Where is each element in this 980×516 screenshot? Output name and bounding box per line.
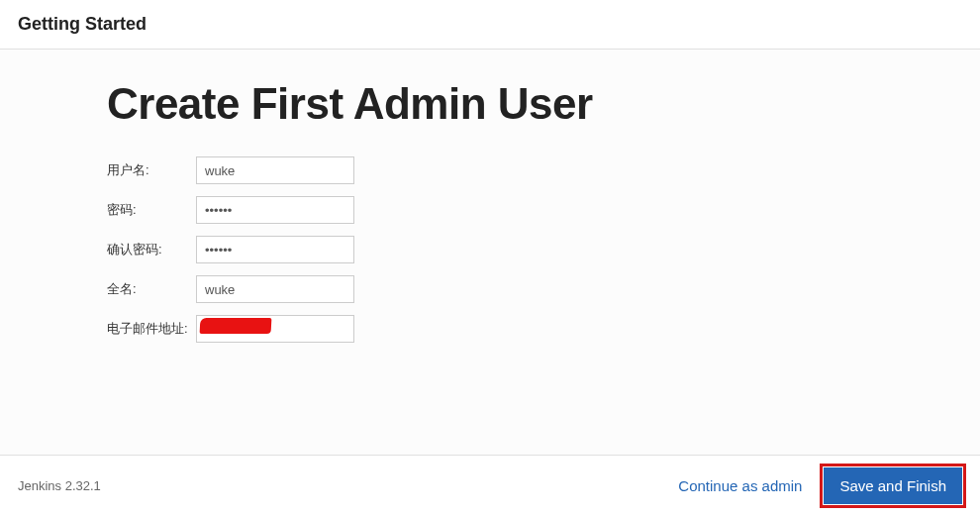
save-and-finish-button[interactable]: Save and Finish [824,467,962,504]
header: Getting Started [0,0,980,50]
continue-as-admin-button[interactable]: Continue as admin [674,469,806,502]
password-input[interactable] [196,196,354,224]
footer: Jenkins 2.32.1 Continue as admin Save an… [0,455,980,516]
confirm-password-input[interactable] [196,236,354,263]
confirm-password-label: 确认密码: [107,241,196,258]
fullname-input[interactable] [196,275,354,303]
page-title: Create First Admin User [107,79,873,129]
form-row-username: 用户名: [107,156,873,184]
fullname-label: 全名: [107,280,196,298]
footer-actions: Continue as admin Save and Finish [674,467,962,504]
form-row-confirm-password: 确认密码: [107,236,873,263]
main-content: Create First Admin User 用户名: 密码: 确认密码: 全… [0,50,980,455]
version-label: Jenkins 2.32.1 [18,478,101,493]
form-row-fullname: 全名: [107,275,873,303]
header-title: Getting Started [18,14,962,35]
form-row-email: 电子邮件地址: [107,315,873,343]
form-row-password: 密码: [107,196,873,224]
password-label: 密码: [107,201,196,219]
username-label: 用户名: [107,161,196,179]
username-input[interactable] [196,156,354,184]
email-label: 电子邮件地址: [107,320,196,338]
redaction-mark [200,318,272,334]
